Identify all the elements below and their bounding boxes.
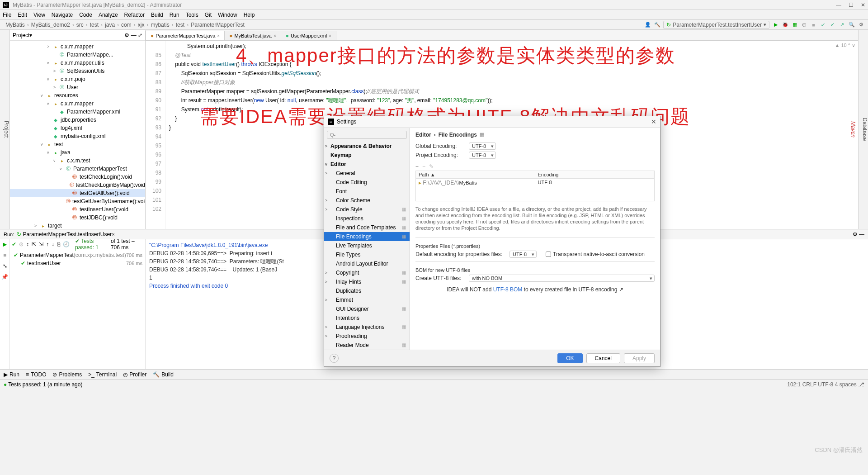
help-icon[interactable]: ?: [330, 354, 339, 363]
bottom-tab[interactable]: ≡TODO: [26, 371, 46, 378]
editor-tab[interactable]: ●MyBatisTest.java×: [224, 31, 281, 40]
tree-node[interactable]: ⓜtestInsertUser():void: [10, 205, 145, 214]
tree-node[interactable]: >ⒸSqlSessionUtils: [10, 67, 145, 75]
breadcrumb[interactable]: MyBatis_demo2: [29, 22, 72, 28]
menu-file[interactable]: File: [3, 12, 11, 18]
tree-node[interactable]: ◆ParameterMapper.xml: [10, 108, 145, 116]
project-encoding-select[interactable]: UTF-8: [469, 152, 496, 159]
sort-icon[interactable]: ↕: [26, 241, 29, 247]
settings-tree[interactable]: >Appearance & BehaviorKeymapvEditor>Gene…: [324, 142, 410, 350]
project-gear-icon[interactable]: ⚙ — ⤢: [124, 32, 142, 38]
settings-nav-item[interactable]: >Color Scheme: [324, 196, 410, 205]
test-node[interactable]: ✔ParameterMapperTest (com.xjx.mybatis.te…: [10, 251, 145, 259]
settings-nav-item[interactable]: Live Templates: [324, 241, 410, 250]
menu-view[interactable]: View: [33, 12, 45, 18]
settings-nav-item[interactable]: GUI Designer▦: [324, 304, 410, 314]
breadcrumb[interactable]: ParameterMapperTest: [189, 22, 246, 28]
editor-tab[interactable]: ●ParameterMapperTest.java×: [146, 31, 225, 40]
settings-nav-item[interactable]: >Appearance & Behavior: [324, 142, 410, 151]
tree-node[interactable]: ⓜtestGetAllUser():void: [10, 189, 145, 197]
menu-edit[interactable]: Edit: [18, 12, 27, 18]
git-commit-icon[interactable]: ✓: [829, 21, 836, 28]
hammer-icon[interactable]: 🔨: [654, 21, 660, 28]
bottom-tab[interactable]: >_Terminal: [88, 371, 117, 378]
tree-node[interactable]: >▸c.x.m.mapper: [10, 43, 145, 51]
check-icon[interactable]: ✔: [12, 241, 16, 247]
settings-nav-item[interactable]: Code Editing: [324, 178, 410, 187]
breadcrumb[interactable]: com: [119, 22, 133, 28]
settings-nav-item[interactable]: >Inlay Hints▦: [324, 277, 410, 286]
tree-node[interactable]: v▸c.x.m.mapper.utils: [10, 59, 145, 67]
git-update-icon[interactable]: ↙: [820, 21, 826, 28]
menu-help[interactable]: Help: [244, 12, 255, 18]
run-config-select[interactable]: ↻ParameterMapperTest.testInsertUser ▾: [663, 21, 769, 29]
bottom-tab[interactable]: ⊘Problems: [52, 371, 82, 378]
settings-search[interactable]: Q-: [327, 131, 407, 139]
settings-nav-item[interactable]: Keymap: [324, 151, 410, 160]
project-tree[interactable]: >▸c.x.m.mapperⒸParameterMappe...v▸c.x.m.…: [10, 41, 145, 229]
bom-select[interactable]: with NO BOM: [469, 275, 655, 282]
tree-node[interactable]: v▸c.x.m.test: [10, 157, 145, 165]
tree-node[interactable]: ⓜtestCheckLogin():void: [10, 173, 145, 181]
tree-node[interactable]: ◆mybatis-config.xml: [10, 132, 145, 140]
global-encoding-select[interactable]: UTF-8: [469, 142, 496, 150]
menu-run[interactable]: Run: [170, 12, 179, 18]
edit-icon[interactable]: ✎: [429, 163, 434, 170]
tree-node[interactable]: v▸c.x.m.pojo: [10, 75, 145, 83]
debug-icon[interactable]: 🐞: [782, 21, 788, 28]
menu-code[interactable]: Code: [79, 12, 92, 18]
pin-icon[interactable]: 📌: [1, 274, 8, 280]
editor-tab[interactable]: ●UserMapper.xml×: [281, 31, 336, 40]
coverage-icon[interactable]: ▦: [791, 21, 798, 28]
settings-nav-item[interactable]: >Proofreading: [324, 332, 410, 341]
settings-nav-item[interactable]: Intentions: [324, 314, 410, 323]
layout-icon[interactable]: ⤡: [3, 263, 7, 269]
project-label[interactable]: Project: [13, 32, 29, 38]
encoding-table[interactable]: Path ▲Encoding ▸ F:\JAVA_IDEA\F:\JAVA_ID…: [415, 171, 655, 201]
close-icon[interactable]: ✕: [861, 2, 865, 8]
cancel-button[interactable]: Cancel: [586, 353, 620, 363]
tree-node[interactable]: >ⒸUser: [10, 83, 145, 91]
tree-node[interactable]: v▸java: [10, 148, 145, 157]
settings-nav-item[interactable]: >Copyright▦: [324, 268, 410, 277]
history-icon[interactable]: 🕘: [63, 241, 70, 247]
database-tool-tab[interactable]: Database: [862, 118, 868, 141]
settings-nav-item[interactable]: Android Layout Editor: [324, 259, 410, 268]
settings-nav-item[interactable]: >Language Injections▦: [324, 323, 410, 332]
tree-node[interactable]: ⓜtestJDBC():void: [10, 214, 145, 222]
breadcrumb[interactable]: test: [88, 22, 100, 28]
settings-nav-item[interactable]: Inspections▦: [324, 214, 410, 223]
breadcrumb[interactable]: xjx: [136, 22, 146, 28]
tree-node[interactable]: vⒸParameterMapperTest: [10, 165, 145, 173]
settings-nav-item[interactable]: >Emmet: [324, 295, 410, 304]
project-tool-tab[interactable]: Project: [3, 121, 9, 138]
run-icon[interactable]: ▶: [772, 21, 779, 28]
settings-nav-item[interactable]: Duplicates: [324, 286, 410, 295]
breadcrumb[interactable]: test: [174, 22, 186, 28]
search-icon[interactable]: 🔍: [848, 21, 855, 28]
menu-analyze[interactable]: Analyze: [99, 12, 118, 18]
tree-node[interactable]: v▸c.x.m.mapper: [10, 100, 145, 108]
export-icon[interactable]: ⎘: [57, 241, 60, 247]
git-push-icon[interactable]: ↗: [839, 21, 845, 28]
rerun-icon[interactable]: ▶: [3, 241, 7, 247]
add-icon[interactable]: +: [415, 163, 419, 170]
dialog-close-icon[interactable]: ✕: [651, 118, 656, 125]
menu-navigate[interactable]: Navigate: [52, 12, 73, 18]
expand-icon[interactable]: ⇱: [32, 241, 36, 247]
gear-icon[interactable]: ⚙: [858, 21, 864, 28]
inspections-badge[interactable]: ▲ 10 ^ ∨: [835, 43, 855, 48]
bottom-tab[interactable]: 🔨Build: [153, 371, 174, 378]
breadcrumb[interactable]: java: [103, 22, 117, 28]
settings-nav-item[interactable]: File Types: [324, 250, 410, 259]
settings-nav-item[interactable]: File and Code Templates▦: [324, 223, 410, 232]
collapse-icon[interactable]: ⇲: [39, 241, 43, 247]
breadcrumb[interactable]: src: [75, 22, 85, 28]
apply-button[interactable]: Apply: [624, 353, 655, 363]
settings-nav-item[interactable]: Reader Mode▦: [324, 341, 410, 350]
menu-build[interactable]: Build: [151, 12, 163, 18]
props-encoding-select[interactable]: UTF-8: [509, 251, 537, 258]
menu-refactor[interactable]: Refactor: [124, 12, 145, 18]
transparent-ascii-checkbox[interactable]: [546, 252, 551, 257]
prev-icon[interactable]: ↑: [46, 241, 49, 247]
